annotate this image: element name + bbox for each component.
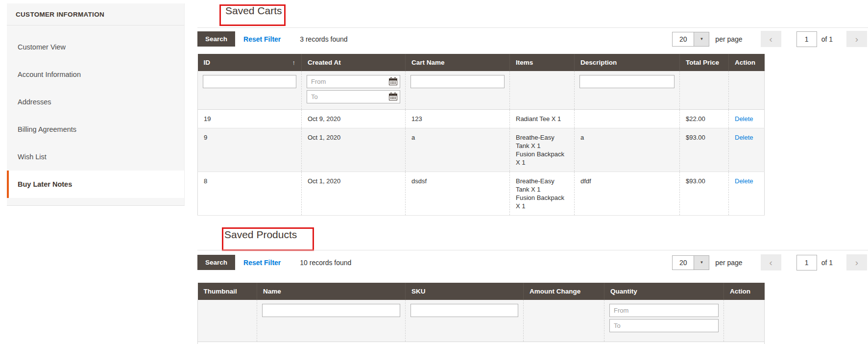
chevron-down-icon: ▼ <box>694 256 709 270</box>
column-label: Name <box>263 288 281 295</box>
saved-carts-header-row: ID↑ Created At Cart Name Items Descripti… <box>198 54 765 71</box>
cell-description: a <box>575 128 680 172</box>
column-header-total-price[interactable]: Total Price <box>680 54 729 71</box>
column-header-amount-change[interactable]: Amount Change <box>524 283 604 300</box>
column-header-action: Action <box>724 283 765 300</box>
sku-filter-input[interactable] <box>410 304 518 317</box>
cell-description <box>575 110 680 128</box>
saved-products-table: Thumbnail Name SKU Amount Change Quantit… <box>197 283 765 344</box>
amount-change-filter-cell <box>524 300 604 342</box>
saved-products-filter-row <box>198 300 765 342</box>
chevron-left-icon: ‹ <box>769 257 772 268</box>
item-line: Breathe-Easy Tank X 1 <box>516 133 568 150</box>
sidebar-item-customer-view[interactable]: Customer View <box>7 33 184 61</box>
sidebar-item-label: Billing Agreements <box>18 125 76 133</box>
per-page-value: 20 <box>673 256 694 270</box>
created-at-from-input[interactable] <box>307 75 400 88</box>
reset-filter-link[interactable]: Reset Filter <box>243 35 281 43</box>
table-row[interactable]: 19 Oct 9, 2020 123 Radiant Tee X 1 $22.0… <box>198 110 765 128</box>
column-header-created-at[interactable]: Created At <box>302 54 406 71</box>
search-button[interactable]: Search <box>197 255 235 270</box>
column-header-items[interactable]: Items <box>510 54 575 71</box>
calendar-icon[interactable] <box>389 77 397 85</box>
prev-page-button[interactable]: ‹ <box>761 31 781 47</box>
sidebar-item-wish-list[interactable]: Wish List <box>7 143 184 171</box>
next-page-button[interactable]: › <box>846 31 867 47</box>
page-count-label: of 1 <box>821 259 833 267</box>
calendar-icon[interactable] <box>389 93 397 100</box>
column-label: SKU <box>411 288 426 295</box>
page-number-input[interactable] <box>796 255 817 270</box>
table-row[interactable]: 9 Oct 1, 2020 a Breathe-Easy Tank X 1Fus… <box>198 128 765 172</box>
column-header-name[interactable]: Name <box>257 283 406 300</box>
cell-created-at: Oct 1, 2020 <box>302 172 406 216</box>
column-label: Created At <box>308 59 341 66</box>
item-line: Fusion Backpack X 1 <box>516 194 568 210</box>
cell-created-at: Oct 9, 2020 <box>302 110 406 128</box>
delete-link[interactable]: Delete <box>735 134 753 141</box>
reset-filter-link[interactable]: Reset Filter <box>243 259 281 267</box>
search-button[interactable]: Search <box>197 31 235 47</box>
per-page-select[interactable]: 20 ▼ <box>672 255 709 270</box>
saved-products-title: Saved Products <box>224 229 297 241</box>
quantity-from-input[interactable] <box>609 304 719 317</box>
column-label: Items <box>516 59 533 66</box>
cell-id: 9 <box>198 128 302 172</box>
sort-asc-icon: ↑ <box>292 59 296 66</box>
page-count-label: of 1 <box>821 35 833 43</box>
items-filter-cell <box>510 71 575 110</box>
cell-description: dfdf <box>575 172 680 216</box>
column-header-thumbnail[interactable]: Thumbnail <box>198 283 257 300</box>
table-row[interactable]: 8 Oct 1, 2020 dsdsf Breathe-Easy Tank X … <box>198 172 765 216</box>
column-label: Action <box>735 59 755 66</box>
column-header-quantity[interactable]: Quantity <box>604 283 724 300</box>
prev-page-button[interactable]: ‹ <box>761 254 781 270</box>
sidebar-title: CUSTOMER INFORMATION <box>7 3 184 25</box>
column-label: Thumbnail <box>204 288 237 295</box>
column-label: Cart Name <box>411 59 445 66</box>
sidebar-item-billing-agreements[interactable]: Billing Agreements <box>7 116 184 143</box>
saved-carts-filter-row <box>198 71 765 110</box>
saved-carts-title: Saved Carts <box>225 5 282 17</box>
sidebar-item-addresses[interactable]: Addresses <box>7 88 184 116</box>
description-filter-input[interactable] <box>579 75 675 88</box>
id-filter-input[interactable] <box>203 75 296 88</box>
next-page-button[interactable]: › <box>846 254 867 270</box>
column-label: Amount Change <box>530 288 580 295</box>
column-label: Total Price <box>686 59 719 66</box>
saved-carts-table: ID↑ Created At Cart Name Items Descripti… <box>197 54 765 216</box>
total-price-filter-cell <box>680 71 729 110</box>
records-found-label: 3 records found <box>300 35 347 43</box>
column-header-action: Action <box>729 54 765 71</box>
delete-link[interactable]: Delete <box>735 115 753 123</box>
sidebar-item-account-information[interactable]: Account Information <box>7 61 184 88</box>
cell-created-at: Oct 1, 2020 <box>302 128 406 172</box>
saved-products-pagination: 20 ▼ per page ‹ of 1 › <box>672 254 867 270</box>
saved-carts-pagination: 20 ▼ per page ‹ of 1 › <box>672 31 867 47</box>
chevron-left-icon: ‹ <box>769 34 772 45</box>
cell-total-price: $93.00 <box>680 172 729 216</box>
action-filter-cell <box>729 71 765 110</box>
column-header-id[interactable]: ID↑ <box>198 54 302 71</box>
column-header-sku[interactable]: SKU <box>406 283 524 300</box>
records-found-label: 10 records found <box>300 259 351 267</box>
sidebar-item-label: Customer View <box>18 43 66 51</box>
column-header-cart-name[interactable]: Cart Name <box>406 54 510 71</box>
delete-link[interactable]: Delete <box>735 177 753 185</box>
item-line: Breathe-Easy Tank X 1 <box>516 177 568 194</box>
thumbnail-filter-cell <box>198 300 257 342</box>
cart-name-filter-input[interactable] <box>410 75 505 88</box>
per-page-select[interactable]: 20 ▼ <box>672 32 709 47</box>
column-header-description[interactable]: Description <box>575 54 680 71</box>
sidebar-item-buy-later-notes[interactable]: Buy Later Notes <box>7 171 184 198</box>
cell-cart-name: a <box>406 128 510 172</box>
quantity-to-input[interactable] <box>609 319 719 332</box>
item-line: Fusion Backpack X 1 <box>516 150 568 167</box>
created-at-to-input[interactable] <box>307 90 400 103</box>
page-number-input[interactable] <box>796 31 817 47</box>
sidebar-item-label: Buy Later Notes <box>18 180 72 188</box>
column-label: Description <box>580 59 617 66</box>
per-page-value: 20 <box>673 32 694 46</box>
saved-products-header-row: Thumbnail Name SKU Amount Change Quantit… <box>198 283 765 300</box>
name-filter-input[interactable] <box>262 304 400 317</box>
